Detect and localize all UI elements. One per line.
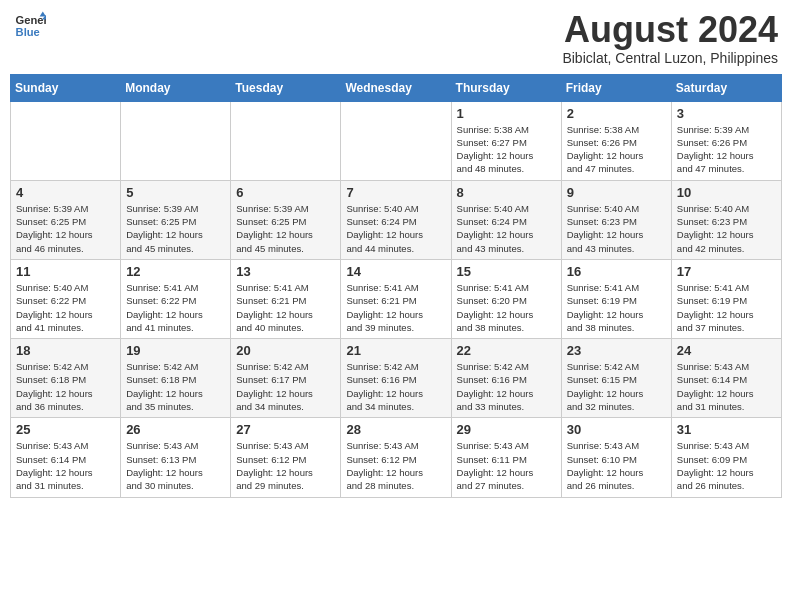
day-info: Sunrise: 5:41 AM Sunset: 6:19 PM Dayligh… xyxy=(567,281,666,334)
day-info: Sunrise: 5:43 AM Sunset: 6:12 PM Dayligh… xyxy=(346,439,445,492)
svg-text:Blue: Blue xyxy=(16,26,40,38)
day-number: 30 xyxy=(567,422,666,437)
day-number: 9 xyxy=(567,185,666,200)
day-info: Sunrise: 5:42 AM Sunset: 6:16 PM Dayligh… xyxy=(457,360,556,413)
title-area: August 2024 Bibiclat, Central Luzon, Phi… xyxy=(562,10,778,66)
day-number: 17 xyxy=(677,264,776,279)
weekday-header-friday: Friday xyxy=(561,74,671,101)
day-number: 3 xyxy=(677,106,776,121)
day-info: Sunrise: 5:43 AM Sunset: 6:09 PM Dayligh… xyxy=(677,439,776,492)
day-info: Sunrise: 5:38 AM Sunset: 6:27 PM Dayligh… xyxy=(457,123,556,176)
day-number: 8 xyxy=(457,185,556,200)
calendar-cell: 14Sunrise: 5:41 AM Sunset: 6:21 PM Dayli… xyxy=(341,259,451,338)
day-number: 18 xyxy=(16,343,115,358)
calendar-cell: 2Sunrise: 5:38 AM Sunset: 6:26 PM Daylig… xyxy=(561,101,671,180)
day-info: Sunrise: 5:39 AM Sunset: 6:25 PM Dayligh… xyxy=(16,202,115,255)
calendar-cell xyxy=(231,101,341,180)
calendar-cell: 25Sunrise: 5:43 AM Sunset: 6:14 PM Dayli… xyxy=(11,418,121,497)
day-info: Sunrise: 5:43 AM Sunset: 6:11 PM Dayligh… xyxy=(457,439,556,492)
calendar-cell: 10Sunrise: 5:40 AM Sunset: 6:23 PM Dayli… xyxy=(671,180,781,259)
logo: General Blue xyxy=(14,10,46,42)
day-info: Sunrise: 5:40 AM Sunset: 6:23 PM Dayligh… xyxy=(677,202,776,255)
calendar-cell: 15Sunrise: 5:41 AM Sunset: 6:20 PM Dayli… xyxy=(451,259,561,338)
calendar-cell: 30Sunrise: 5:43 AM Sunset: 6:10 PM Dayli… xyxy=(561,418,671,497)
weekday-header-tuesday: Tuesday xyxy=(231,74,341,101)
day-number: 24 xyxy=(677,343,776,358)
day-info: Sunrise: 5:39 AM Sunset: 6:25 PM Dayligh… xyxy=(126,202,225,255)
weekday-header-monday: Monday xyxy=(121,74,231,101)
day-number: 20 xyxy=(236,343,335,358)
calendar-cell: 5Sunrise: 5:39 AM Sunset: 6:25 PM Daylig… xyxy=(121,180,231,259)
calendar-cell: 22Sunrise: 5:42 AM Sunset: 6:16 PM Dayli… xyxy=(451,339,561,418)
day-number: 22 xyxy=(457,343,556,358)
day-info: Sunrise: 5:41 AM Sunset: 6:21 PM Dayligh… xyxy=(236,281,335,334)
day-number: 26 xyxy=(126,422,225,437)
day-number: 25 xyxy=(16,422,115,437)
day-number: 23 xyxy=(567,343,666,358)
day-info: Sunrise: 5:38 AM Sunset: 6:26 PM Dayligh… xyxy=(567,123,666,176)
day-info: Sunrise: 5:39 AM Sunset: 6:25 PM Dayligh… xyxy=(236,202,335,255)
day-number: 10 xyxy=(677,185,776,200)
page-header: General Blue August 2024 Bibiclat, Centr… xyxy=(10,10,782,66)
day-number: 19 xyxy=(126,343,225,358)
weekday-header-sunday: Sunday xyxy=(11,74,121,101)
day-info: Sunrise: 5:43 AM Sunset: 6:13 PM Dayligh… xyxy=(126,439,225,492)
calendar-week-4: 18Sunrise: 5:42 AM Sunset: 6:18 PM Dayli… xyxy=(11,339,782,418)
calendar-cell: 3Sunrise: 5:39 AM Sunset: 6:26 PM Daylig… xyxy=(671,101,781,180)
calendar-cell: 20Sunrise: 5:42 AM Sunset: 6:17 PM Dayli… xyxy=(231,339,341,418)
calendar-cell: 11Sunrise: 5:40 AM Sunset: 6:22 PM Dayli… xyxy=(11,259,121,338)
day-number: 12 xyxy=(126,264,225,279)
calendar-cell: 6Sunrise: 5:39 AM Sunset: 6:25 PM Daylig… xyxy=(231,180,341,259)
day-info: Sunrise: 5:40 AM Sunset: 6:22 PM Dayligh… xyxy=(16,281,115,334)
calendar-cell: 23Sunrise: 5:42 AM Sunset: 6:15 PM Dayli… xyxy=(561,339,671,418)
day-number: 16 xyxy=(567,264,666,279)
day-number: 14 xyxy=(346,264,445,279)
day-number: 29 xyxy=(457,422,556,437)
weekday-header-wednesday: Wednesday xyxy=(341,74,451,101)
day-info: Sunrise: 5:43 AM Sunset: 6:14 PM Dayligh… xyxy=(677,360,776,413)
day-number: 11 xyxy=(16,264,115,279)
day-info: Sunrise: 5:43 AM Sunset: 6:12 PM Dayligh… xyxy=(236,439,335,492)
calendar-week-3: 11Sunrise: 5:40 AM Sunset: 6:22 PM Dayli… xyxy=(11,259,782,338)
day-info: Sunrise: 5:41 AM Sunset: 6:21 PM Dayligh… xyxy=(346,281,445,334)
day-info: Sunrise: 5:41 AM Sunset: 6:19 PM Dayligh… xyxy=(677,281,776,334)
day-info: Sunrise: 5:42 AM Sunset: 6:17 PM Dayligh… xyxy=(236,360,335,413)
day-number: 27 xyxy=(236,422,335,437)
calendar-cell xyxy=(11,101,121,180)
day-number: 4 xyxy=(16,185,115,200)
day-number: 1 xyxy=(457,106,556,121)
day-info: Sunrise: 5:40 AM Sunset: 6:24 PM Dayligh… xyxy=(346,202,445,255)
calendar-cell: 19Sunrise: 5:42 AM Sunset: 6:18 PM Dayli… xyxy=(121,339,231,418)
calendar-cell: 1Sunrise: 5:38 AM Sunset: 6:27 PM Daylig… xyxy=(451,101,561,180)
calendar-cell xyxy=(121,101,231,180)
day-number: 7 xyxy=(346,185,445,200)
calendar-cell: 12Sunrise: 5:41 AM Sunset: 6:22 PM Dayli… xyxy=(121,259,231,338)
day-info: Sunrise: 5:40 AM Sunset: 6:23 PM Dayligh… xyxy=(567,202,666,255)
calendar-table: SundayMondayTuesdayWednesdayThursdayFrid… xyxy=(10,74,782,498)
day-info: Sunrise: 5:41 AM Sunset: 6:22 PM Dayligh… xyxy=(126,281,225,334)
day-number: 2 xyxy=(567,106,666,121)
calendar-cell: 24Sunrise: 5:43 AM Sunset: 6:14 PM Dayli… xyxy=(671,339,781,418)
calendar-cell: 29Sunrise: 5:43 AM Sunset: 6:11 PM Dayli… xyxy=(451,418,561,497)
day-number: 28 xyxy=(346,422,445,437)
calendar-week-1: 1Sunrise: 5:38 AM Sunset: 6:27 PM Daylig… xyxy=(11,101,782,180)
calendar-cell: 9Sunrise: 5:40 AM Sunset: 6:23 PM Daylig… xyxy=(561,180,671,259)
weekday-header-thursday: Thursday xyxy=(451,74,561,101)
day-info: Sunrise: 5:42 AM Sunset: 6:16 PM Dayligh… xyxy=(346,360,445,413)
calendar-cell: 28Sunrise: 5:43 AM Sunset: 6:12 PM Dayli… xyxy=(341,418,451,497)
calendar-cell: 4Sunrise: 5:39 AM Sunset: 6:25 PM Daylig… xyxy=(11,180,121,259)
day-number: 31 xyxy=(677,422,776,437)
day-info: Sunrise: 5:41 AM Sunset: 6:20 PM Dayligh… xyxy=(457,281,556,334)
day-info: Sunrise: 5:43 AM Sunset: 6:14 PM Dayligh… xyxy=(16,439,115,492)
logo-icon: General Blue xyxy=(14,10,46,42)
calendar-cell: 26Sunrise: 5:43 AM Sunset: 6:13 PM Dayli… xyxy=(121,418,231,497)
calendar-cell: 13Sunrise: 5:41 AM Sunset: 6:21 PM Dayli… xyxy=(231,259,341,338)
day-number: 21 xyxy=(346,343,445,358)
calendar-cell: 31Sunrise: 5:43 AM Sunset: 6:09 PM Dayli… xyxy=(671,418,781,497)
day-info: Sunrise: 5:40 AM Sunset: 6:24 PM Dayligh… xyxy=(457,202,556,255)
day-info: Sunrise: 5:42 AM Sunset: 6:18 PM Dayligh… xyxy=(16,360,115,413)
calendar-cell: 17Sunrise: 5:41 AM Sunset: 6:19 PM Dayli… xyxy=(671,259,781,338)
calendar-cell xyxy=(341,101,451,180)
calendar-cell: 18Sunrise: 5:42 AM Sunset: 6:18 PM Dayli… xyxy=(11,339,121,418)
calendar-cell: 7Sunrise: 5:40 AM Sunset: 6:24 PM Daylig… xyxy=(341,180,451,259)
